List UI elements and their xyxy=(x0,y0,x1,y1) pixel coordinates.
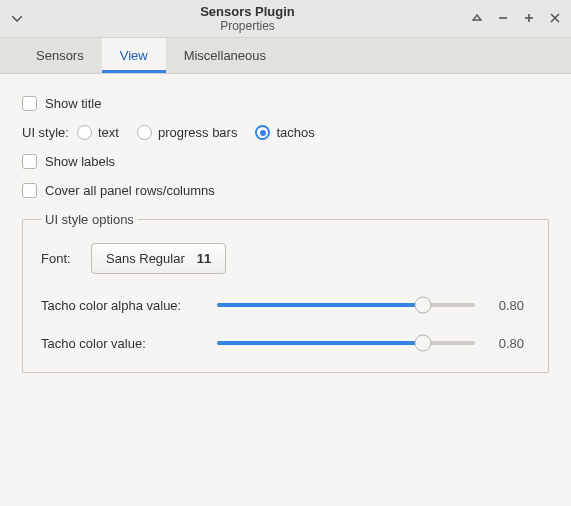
slider-alpha-fill xyxy=(217,303,423,307)
radio-label-tachos: tachos xyxy=(276,125,314,140)
font-chooser-button[interactable]: Sans Regular 11 xyxy=(91,243,226,274)
row-ui-style: UI style: text progress bars tachos xyxy=(22,125,549,140)
checkbox-cover-all[interactable] xyxy=(22,183,37,198)
radio-progress[interactable] xyxy=(137,125,152,140)
radio-label-text: text xyxy=(98,125,119,140)
tab-sensors[interactable]: Sensors xyxy=(18,38,102,73)
value-alpha: 0.80 xyxy=(475,298,530,313)
font-size: 11 xyxy=(197,251,211,266)
window-title: Sensors Plugin xyxy=(26,5,469,19)
row-font: Font: Sans Regular 11 xyxy=(41,243,530,274)
label-show-title: Show title xyxy=(45,96,101,111)
label-font: Font: xyxy=(41,251,91,266)
radio-tachos[interactable] xyxy=(255,125,270,140)
checkbox-show-labels[interactable] xyxy=(22,154,37,169)
legend-ui-style-options: UI style options xyxy=(41,212,138,227)
window-controls xyxy=(469,11,563,26)
slider-alpha[interactable] xyxy=(217,296,475,314)
label-alpha: Tacho color alpha value: xyxy=(41,298,217,313)
slider-color-fill xyxy=(217,341,423,345)
radio-item-progress[interactable]: progress bars xyxy=(137,125,237,140)
label-cover-all: Cover all panel rows/columns xyxy=(45,183,215,198)
row-color: Tacho color value: 0.80 xyxy=(41,334,530,352)
radio-label-progress: progress bars xyxy=(158,125,237,140)
slider-alpha-thumb[interactable] xyxy=(415,297,432,314)
tab-view[interactable]: View xyxy=(102,38,166,73)
row-cover-all: Cover all panel rows/columns xyxy=(22,183,549,198)
slider-color-track xyxy=(217,341,475,345)
radio-text[interactable] xyxy=(77,125,92,140)
radio-item-text[interactable]: text xyxy=(77,125,119,140)
tab-miscellaneous[interactable]: Miscellaneous xyxy=(166,38,284,73)
titlebar-titles: Sensors Plugin Properties xyxy=(26,5,469,33)
radio-item-tachos[interactable]: tachos xyxy=(255,125,314,140)
label-show-labels: Show labels xyxy=(45,154,115,169)
row-show-title: Show title xyxy=(22,96,549,111)
slider-color-thumb[interactable] xyxy=(415,335,432,352)
window-minimize-icon[interactable] xyxy=(495,11,511,26)
window-maximize-icon[interactable] xyxy=(521,11,537,26)
titlebar: Sensors Plugin Properties xyxy=(0,0,571,38)
value-color: 0.80 xyxy=(475,336,530,351)
window-up-icon[interactable] xyxy=(469,11,485,26)
slider-color[interactable] xyxy=(217,334,475,352)
window-subtitle: Properties xyxy=(26,19,469,33)
row-show-labels: Show labels xyxy=(22,154,549,169)
tab-content-view: Show title UI style: text progress bars … xyxy=(0,74,571,506)
row-alpha: Tacho color alpha value: 0.80 xyxy=(41,296,530,314)
window-close-icon[interactable] xyxy=(547,11,563,26)
fieldset-ui-style-options: UI style options Font: Sans Regular 11 T… xyxy=(22,212,549,373)
label-color: Tacho color value: xyxy=(41,336,217,351)
font-name: Sans Regular xyxy=(106,251,185,266)
window-root: Sensors Plugin Properties Sensors View M… xyxy=(0,0,571,506)
window-menu-dropdown[interactable] xyxy=(8,16,26,22)
slider-alpha-track xyxy=(217,303,475,307)
tabbar: Sensors View Miscellaneous xyxy=(0,38,571,74)
checkbox-show-title[interactable] xyxy=(22,96,37,111)
label-ui-style: UI style: xyxy=(22,125,69,140)
radio-group-ui-style: text progress bars tachos xyxy=(77,125,315,140)
